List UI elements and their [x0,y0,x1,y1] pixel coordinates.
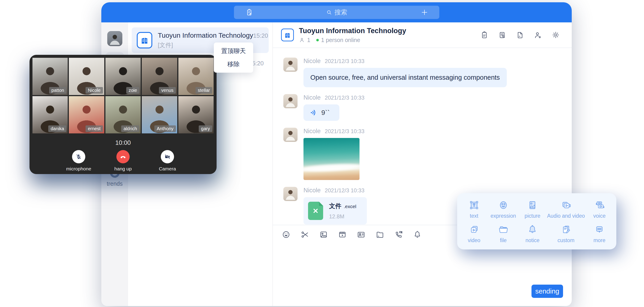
user-avatar[interactable] [107,31,122,46]
chat-header-actions [480,31,560,39]
participant-name: stellar [196,87,212,94]
video-icon [468,224,480,236]
voice-bubble[interactable]: 9`` [304,104,340,121]
avatar-nicole[interactable] [283,57,298,72]
trends-label: trends [101,180,128,187]
chat-header-titles: Tuoyun Information Technology 1 1 person… [299,27,406,43]
video-tile: patton [32,58,68,95]
sender-name: Nicole [304,57,321,65]
message-time: 2021/12/3 10:33 [325,95,364,101]
microphone-label: microphone [66,166,91,172]
picture-icon[interactable] [319,230,328,239]
settings-icon[interactable] [552,31,560,39]
search-field[interactable]: 搜索 [326,6,348,19]
menu-item-remove[interactable]: 移除 [214,57,253,71]
custom-icon [560,224,572,236]
hang-up-button[interactable]: hang up [108,150,138,172]
members-icon [299,37,305,43]
panel-item-text[interactable]: text [460,197,489,221]
add-icon[interactable] [420,8,428,16]
participant-name: gary [199,125,212,132]
file-folder-icon [498,224,509,236]
panel-item-notice[interactable]: notice [518,221,547,246]
panel-item-more[interactable]: more [585,221,614,246]
folder-icon[interactable] [375,230,384,239]
file-name: 文件 [329,202,342,210]
conversation-time: 15:20 [253,32,268,39]
panel-item-video[interactable]: video [460,221,489,246]
emoji-icon[interactable] [282,230,291,239]
microphone-toggle-button[interactable]: microphone [64,150,93,172]
video-grid: patton Nicole zoie venus stellar danika … [32,58,214,133]
video-tile: zoie [106,58,141,95]
image-message-beach[interactable] [304,138,360,180]
panel-item-custom[interactable]: custom [547,221,585,246]
chat-main: Tuoyun Information Technology 1 1 person… [273,22,572,306]
video-tile: aldrich [106,96,141,133]
panel-item-voice[interactable]: voice [585,197,614,221]
online-status: 1 person online [321,37,360,43]
clipboard-pen-icon[interactable] [246,8,253,16]
member-count: 1 [307,37,310,43]
contact-card-icon[interactable] [356,230,366,239]
message-time: 2021/12/3 10:33 [325,128,364,135]
group-notice-icon[interactable] [480,31,488,39]
panel-item-audio-video[interactable]: Audio and video [547,197,585,221]
file-bubble[interactable]: 文件 .excel 12.8M [304,197,367,225]
sender-name: Nicole [304,94,321,101]
search-messages-icon[interactable] [498,31,506,39]
send-button[interactable]: sending [532,285,563,298]
avatar-nicole[interactable] [283,128,298,142]
video-tile: gary [178,96,214,133]
conversation-context-menu: 置顶聊天 移除 [214,42,253,73]
participant-name: Nicole [86,87,103,94]
video-clapper-icon[interactable] [338,230,347,239]
notice-bell-icon [526,224,538,236]
avatar-nicole[interactable] [283,94,298,108]
panel-item-picture[interactable]: picture [518,197,547,221]
avatar-nicole[interactable] [283,187,298,201]
screenshot-scissors-icon[interactable] [300,230,310,239]
voice-duration: 9`` [321,109,330,116]
search-icon [326,9,332,15]
search-bar[interactable]: 搜索 [234,6,439,19]
add-member-icon[interactable] [534,31,542,39]
voice-wave-icon [310,108,318,117]
top-bar: 搜索 [101,2,572,22]
participant-name: Anthony [154,125,176,132]
participant-name: danika [48,125,66,132]
menu-item-pin-chat[interactable]: 置顶聊天 [214,44,253,57]
file-size: 12.8M [329,213,356,220]
mic-off-icon[interactable] [72,150,85,163]
video-tile: stellar [178,58,214,95]
composer-input-area[interactable]: sending [273,244,572,306]
voice-icon [594,199,605,211]
chat-header: Tuoyun Information Technology 1 1 person… [273,22,572,48]
audio-video-icon [560,199,572,211]
file-ext: .excel [344,204,356,209]
participant-name: venus [159,87,176,94]
panel-item-file[interactable]: file [489,221,518,246]
page: 搜索 [0,0,644,307]
video-tile: Anthony [142,96,177,133]
panel-item-expression[interactable]: expression [489,197,518,221]
sender-name: Nicole [304,128,321,135]
search-placeholder: 搜索 [334,8,348,17]
conversation-title: Tuoyun Information Technology [158,31,253,39]
participant-name: zoie [126,87,139,94]
camera-off-icon[interactable] [161,150,174,163]
expression-icon [498,199,509,211]
message-type-panel: text expression picture [457,193,616,250]
message-time: 2021/12/3 10:33 [325,58,364,64]
video-tile: danika [32,96,68,133]
hang-up-icon[interactable] [116,150,130,163]
video-call-icon[interactable] [394,230,403,239]
notification-bell-icon[interactable] [413,230,422,239]
online-dot [316,39,319,41]
message-image: Nicole 2021/12/3 10:33 [283,128,572,180]
group-files-icon[interactable] [516,31,524,39]
text-bubble[interactable]: Open source, free, and universal instant… [304,68,507,87]
picture-icon [526,199,538,211]
camera-toggle-button[interactable]: Camera [153,150,182,172]
chat-title: Tuoyun Information Technology [299,27,406,35]
